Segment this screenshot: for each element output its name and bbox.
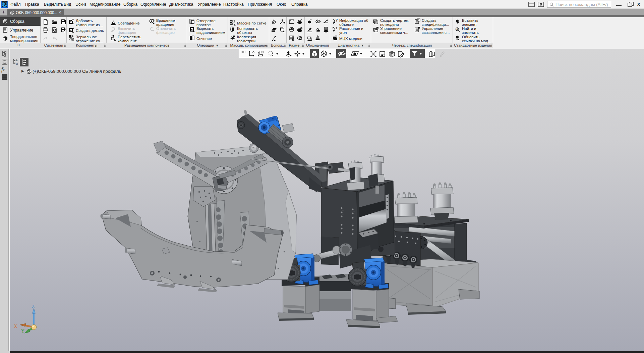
svg-text:?: ? [336, 27, 338, 30]
svg-text:Z: Z [32, 304, 35, 309]
svg-text:?: ? [336, 18, 338, 22]
svg-text:B: B [457, 28, 459, 31]
svg-text:X: X [14, 324, 17, 329]
svg-text:12: 12 [16, 63, 18, 65]
svg-text:Y: Y [21, 329, 24, 334]
svg-text:11: 11 [16, 59, 18, 61]
